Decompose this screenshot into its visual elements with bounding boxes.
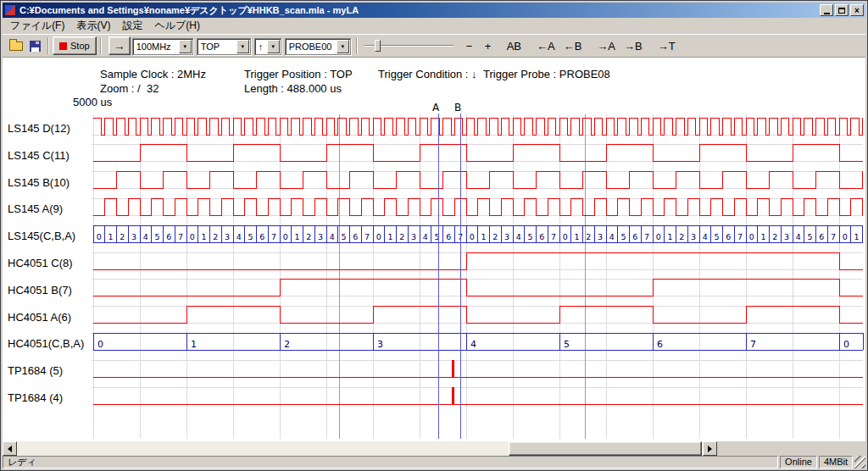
status-ready: レディ <box>3 456 778 468</box>
statusbar: レディ Online 4MBit <box>3 456 865 468</box>
chevron-down-icon: ▼ <box>337 40 349 53</box>
status-online: Online <box>780 456 817 468</box>
close-icon: × <box>854 6 860 15</box>
channel-label: LS145(C,B,A) <box>8 230 75 243</box>
zoom-slider-thumb[interactable] <box>375 40 381 52</box>
toolbar: Stop → 100MHz ▼ TOP ▼ ↑ ▼ PROBE00 ▼ − + … <box>3 34 865 58</box>
minimize-icon <box>824 13 830 14</box>
trigger-position-select[interactable]: TOP ▼ <box>197 38 251 55</box>
trigger-position-info: Trigger Position : TOP <box>244 68 353 80</box>
menu-help[interactable]: ヘルプ(H) <box>148 17 206 35</box>
stop-icon <box>59 42 67 50</box>
client-area: Sample Clock : 2MHz Trigger Position : T… <box>3 58 865 441</box>
zoom-slider[interactable] <box>364 37 453 54</box>
maximize-button[interactable] <box>835 4 849 16</box>
set-cursor-b-button[interactable]: →B <box>620 36 647 55</box>
zoom-in-button[interactable]: + <box>479 36 498 55</box>
channel-label: LS145 D(12) <box>8 122 70 136</box>
minimize-button[interactable] <box>820 4 833 16</box>
sample-clock-select[interactable]: 100MHz ▼ <box>132 38 193 55</box>
trigger-probe-select[interactable]: PROBE00 ▼ <box>285 38 351 55</box>
channel-label: HC4051 B(7) <box>8 284 72 297</box>
run-arrow-icon: → <box>114 40 125 53</box>
scroll-left-button[interactable] <box>3 441 17 456</box>
scroll-right-icon <box>708 446 712 452</box>
stop-button[interactable]: Stop <box>53 36 97 55</box>
channel-label: LS145 A(9) <box>8 202 63 216</box>
titlebar: C:¥Documents and Settings¥noname¥デスクトップ¥… <box>3 3 865 18</box>
sample-clock-info: Sample Clock : 2MHz <box>100 68 206 80</box>
zoom-out-button[interactable]: − <box>460 36 479 55</box>
channel-label: HC4051(C,B,A) <box>8 337 84 351</box>
menu-file[interactable]: ファイル(F) <box>4 17 70 35</box>
chevron-down-icon: ▼ <box>267 40 280 53</box>
length-info: Length : 488.000 us <box>244 82 342 95</box>
cursor-ab-button[interactable]: AB <box>503 36 526 55</box>
toolbar-separator <box>100 37 102 54</box>
scroll-left-icon <box>8 446 12 452</box>
open-file-button[interactable] <box>7 36 25 55</box>
open-folder-icon <box>9 42 23 51</box>
channel-label: HC4051 A(6) <box>8 311 71 324</box>
menu-view[interactable]: 表示(V) <box>70 17 116 35</box>
goto-trigger-button[interactable]: →T <box>654 36 680 55</box>
horizontal-scrollbar[interactable] <box>3 441 717 456</box>
save-file-button[interactable] <box>25 36 44 55</box>
channel-label: HC4051 C(8) <box>8 257 73 270</box>
trigger-probe-info: Trigger Probe : PROBE08 <box>483 68 610 80</box>
menubar: ファイル(F) 表示(V) 設定 ヘルプ(H) <box>3 18 865 34</box>
channel-label: LS145 B(10) <box>8 176 70 190</box>
menu-settings[interactable]: 設定 <box>116 17 148 35</box>
app-window: C:¥Documents and Settings¥noname¥デスクトップ¥… <box>0 0 868 471</box>
goto-cursor-b-button[interactable]: ←B <box>559 36 587 55</box>
save-floppy-icon <box>30 41 41 52</box>
scrollbar-thumb[interactable] <box>509 441 702 456</box>
toolbar-separator <box>47 37 49 54</box>
resize-grip[interactable] <box>854 456 865 468</box>
trigger-condition-info: Trigger Condition : ↓ <box>378 68 477 80</box>
time-ref-label: 5000 us <box>73 96 112 108</box>
channel-label: LS145 C(11) <box>8 149 70 163</box>
chevron-down-icon: ▼ <box>236 40 249 53</box>
status-memory: 4MBit <box>819 456 853 468</box>
maximize-icon <box>838 8 845 14</box>
goto-cursor-a-button[interactable]: ←A <box>532 36 559 55</box>
window-title: C:¥Documents and Settings¥noname¥デスクトップ¥… <box>19 4 818 17</box>
stop-label: Stop <box>70 41 90 51</box>
zoom-info: Zoom : / 32 <box>100 82 159 95</box>
app-icon <box>4 4 16 16</box>
channel-label: TP1684 (5) <box>8 364 63 378</box>
chevron-down-icon: ▼ <box>179 40 192 53</box>
trigger-edge-select[interactable]: ↑ ▼ <box>254 38 281 55</box>
channel-label: TP1684 (4) <box>8 391 63 405</box>
toolbar-separator <box>356 37 358 54</box>
scroll-right-button[interactable] <box>703 441 717 456</box>
run-button[interactable]: → <box>108 36 131 55</box>
set-cursor-a-button[interactable]: →A <box>593 36 620 55</box>
close-button[interactable]: × <box>850 4 864 16</box>
